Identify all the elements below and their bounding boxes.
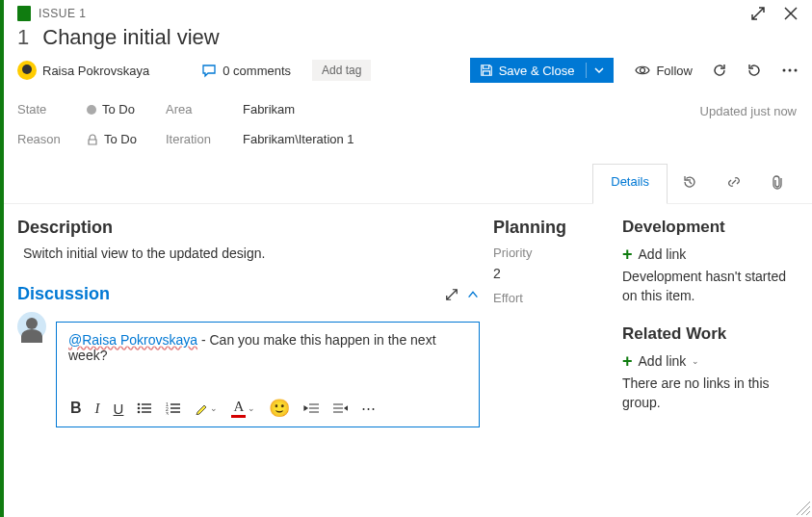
iteration-value[interactable]: Fabrikam\Iteration 1 xyxy=(243,132,354,146)
tab-details[interactable]: Details xyxy=(592,164,668,204)
discussion-avatar xyxy=(17,312,46,341)
svg-point-3 xyxy=(795,69,798,72)
area-label: Area xyxy=(166,102,233,116)
expand-icon[interactable] xyxy=(445,288,458,301)
bullet-list-button[interactable] xyxy=(137,401,152,415)
tab-links[interactable] xyxy=(712,164,756,203)
outdent-button[interactable] xyxy=(303,402,319,414)
updated-label: Updated just now xyxy=(700,104,797,118)
more-icon[interactable] xyxy=(781,63,799,78)
issue-type-label: ISSUE 1 xyxy=(39,7,87,20)
related-add-link-label: Add link xyxy=(639,353,687,369)
effort-label: Effort xyxy=(493,291,609,305)
plus-icon: + xyxy=(622,247,633,261)
related-heading: Related Work xyxy=(622,324,799,344)
number-list-button[interactable]: 123 xyxy=(166,401,181,415)
font-color-button[interactable]: A⌄ xyxy=(231,399,255,418)
plus-icon: + xyxy=(622,354,633,368)
follow-label: Follow xyxy=(656,64,693,78)
svg-point-5 xyxy=(138,407,141,410)
save-close-button[interactable]: Save & Close xyxy=(470,58,615,83)
area-value[interactable]: Fabrikam xyxy=(243,102,354,116)
assignee-avatar[interactable] xyxy=(17,61,37,80)
fullscreen-icon[interactable] xyxy=(750,6,766,21)
link-icon xyxy=(726,174,742,190)
comment-icon xyxy=(201,63,217,78)
issue-title[interactable]: Change initial view xyxy=(42,25,219,50)
state-dot-icon xyxy=(87,105,96,115)
dev-add-link-label: Add link xyxy=(639,246,687,262)
discussion-editor[interactable]: @Raisa Pokrovskaya - Can you make this h… xyxy=(57,323,479,390)
tab-history[interactable] xyxy=(668,164,712,203)
related-add-link-button[interactable]: + Add link ⌄ xyxy=(622,353,799,369)
indent-button[interactable] xyxy=(332,402,348,414)
assignee-name[interactable]: Raisa Pokrovskaya xyxy=(42,64,149,78)
issue-type-icon xyxy=(17,6,31,21)
attachment-icon xyxy=(771,174,784,190)
priority-label: Priority xyxy=(493,246,609,260)
chevron-down-icon[interactable] xyxy=(594,65,604,75)
reason-value[interactable]: To Do xyxy=(87,132,137,146)
planning-heading: Planning xyxy=(493,218,609,238)
priority-value[interactable]: 2 xyxy=(493,266,609,281)
mention[interactable]: @Raisa Pokrovskaya xyxy=(68,332,197,348)
italic-button[interactable]: I xyxy=(95,401,100,417)
state-value[interactable]: To Do xyxy=(87,102,137,116)
undo-icon[interactable] xyxy=(747,63,762,78)
eye-icon xyxy=(635,63,650,78)
svg-point-1 xyxy=(783,69,786,72)
toolbar-more-button[interactable]: ⋯ xyxy=(361,400,376,417)
svg-text:3: 3 xyxy=(166,411,169,415)
description-heading: Description xyxy=(17,218,480,238)
lock-icon xyxy=(87,134,98,145)
editor-toolbar: B I U 123 ⌄ A⌄ 🙂 ⋯ xyxy=(57,390,479,427)
reason-label: Reason xyxy=(17,132,77,146)
close-icon[interactable] xyxy=(783,6,799,21)
development-text: Development hasn't started on this item. xyxy=(622,268,799,305)
refresh-icon[interactable] xyxy=(712,63,727,78)
save-close-label: Save & Close xyxy=(499,64,575,78)
svg-point-0 xyxy=(641,68,645,73)
bold-button[interactable]: B xyxy=(70,400,82,417)
save-icon xyxy=(480,64,493,77)
dev-add-link-button[interactable]: + Add link xyxy=(622,246,799,262)
issue-number: 1 xyxy=(17,25,29,50)
add-tag-button[interactable]: Add tag xyxy=(312,60,371,81)
tab-bar: Details xyxy=(4,164,812,204)
resize-grip-icon[interactable] xyxy=(797,502,810,515)
description-text[interactable]: Switch initial view to the updated desig… xyxy=(23,246,480,261)
chevron-down-icon: ⌄ xyxy=(692,356,699,366)
highlight-button[interactable]: ⌄ xyxy=(195,401,218,415)
underline-button[interactable]: U xyxy=(114,401,124,417)
development-heading: Development xyxy=(622,218,799,237)
svg-point-4 xyxy=(138,403,141,406)
comments-count: 0 comments xyxy=(223,64,291,78)
svg-point-6 xyxy=(138,411,141,414)
history-icon xyxy=(682,174,697,190)
iteration-label: Iteration xyxy=(166,132,233,146)
related-text: There are no links in this group. xyxy=(622,375,799,412)
comments-button[interactable]: 0 comments xyxy=(201,63,291,78)
chevron-up-icon[interactable] xyxy=(466,288,480,301)
svg-point-2 xyxy=(789,69,792,72)
emoji-button[interactable]: 🙂 xyxy=(269,398,290,419)
follow-button[interactable]: Follow xyxy=(635,63,693,78)
state-label: State xyxy=(17,102,77,116)
tab-attachments[interactable] xyxy=(756,164,799,203)
discussion-heading: Discussion xyxy=(17,284,110,304)
